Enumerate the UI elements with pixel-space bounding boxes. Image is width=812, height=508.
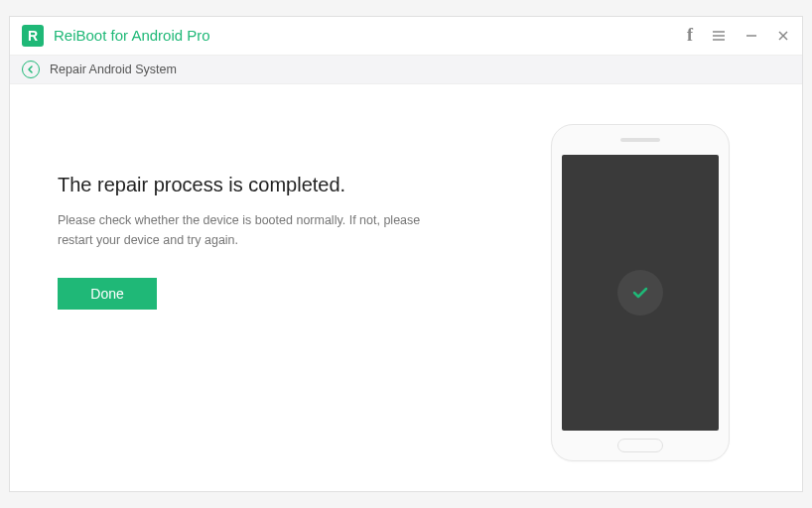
app-window: R ReiBoot for Android Pro f Repair Andro… xyxy=(9,16,803,492)
close-icon[interactable] xyxy=(776,29,790,43)
subheader-title: Repair Android System xyxy=(50,63,177,76)
window-controls: f xyxy=(687,25,790,46)
completion-description: Please check whether the device is boote… xyxy=(58,210,435,250)
message-panel: The repair process is completed. Please … xyxy=(58,124,526,461)
menu-icon[interactable] xyxy=(711,28,727,44)
titlebar: R ReiBoot for Android Pro f xyxy=(10,17,802,56)
back-button[interactable] xyxy=(22,61,40,78)
app-title: ReiBoot for Android Pro xyxy=(54,27,210,44)
phone-speaker xyxy=(620,138,660,142)
logo-letter: R xyxy=(28,29,38,43)
subheader: Repair Android System xyxy=(10,56,802,84)
app-logo: R xyxy=(22,25,44,47)
phone-frame xyxy=(551,124,730,461)
phone-screen xyxy=(562,155,719,431)
minimize-icon[interactable] xyxy=(744,29,758,43)
completion-heading: The repair process is completed. xyxy=(58,174,526,196)
facebook-icon[interactable]: f xyxy=(687,25,693,46)
done-button[interactable]: Done xyxy=(58,278,157,310)
content-area: The repair process is completed. Please … xyxy=(10,84,802,491)
phone-home-button xyxy=(617,439,663,452)
device-illustration xyxy=(526,124,754,461)
success-check-icon xyxy=(617,270,663,316)
